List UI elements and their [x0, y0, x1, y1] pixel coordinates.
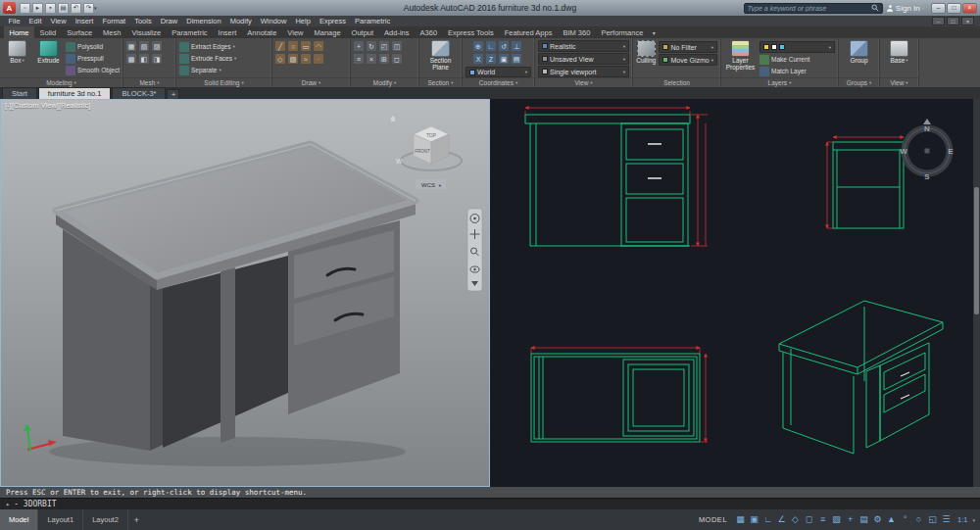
qat-redo-icon[interactable]: ↷ [83, 3, 94, 14]
panel-label-coordinates[interactable]: Coordinates▾ [463, 77, 534, 87]
viewport-controls-label[interactable]: [-][Custom View][Realistic] [5, 101, 90, 110]
doc-minimize-button[interactable]: – [932, 17, 945, 25]
lineweight-icon[interactable]: ≡ [816, 515, 829, 524]
point-icon[interactable]: · [314, 54, 323, 64]
menu-item[interactable]: File [4, 17, 24, 25]
make-current-button[interactable]: Make Current [760, 54, 835, 65]
new-layout-button[interactable]: + [128, 509, 145, 530]
wcs-dropdown[interactable]: WCS ▾ [416, 179, 446, 189]
viewcube-home-icon[interactable] [390, 116, 396, 121]
tab-featured-apps[interactable]: Featured Apps [499, 26, 558, 38]
mirror-icon[interactable]: ◫ [392, 41, 402, 51]
qat-save-icon[interactable]: ▪ [45, 3, 56, 14]
layout-tab-layout2[interactable]: Layout2 [83, 509, 128, 530]
ucs-origin-icon[interactable]: ⊥ [512, 41, 521, 51]
viewport-config-dropdown[interactable]: Single viewport ▾ [538, 66, 629, 77]
ucs-previous-icon[interactable]: ↺ [499, 41, 509, 51]
top-view-drawing[interactable] [531, 348, 708, 442]
mesh-smooth-icon[interactable]: ▦ [126, 41, 136, 51]
ucs-icon[interactable]: ∟ [486, 41, 496, 51]
autocad-logo-icon[interactable]: A [3, 2, 16, 14]
qat-undo-icon[interactable]: ↶ [71, 3, 81, 14]
rectangle-icon[interactable]: ▭ [301, 41, 311, 51]
rotate-icon[interactable]: ↻ [367, 41, 376, 51]
mesh-refine-icon[interactable]: ▨ [152, 41, 162, 51]
move-icon[interactable]: + [354, 41, 364, 51]
new-drawing-tab-button[interactable]: + [167, 89, 179, 99]
annotation-scale-button[interactable]: 1:1 [955, 515, 970, 524]
panel-label-modeling[interactable]: Modeling▾ [0, 77, 122, 87]
panel-label-mesh[interactable]: Mesh▾ [123, 77, 175, 87]
extract-edges-button[interactable]: Extract Edges ▾ [179, 41, 269, 52]
search-icon[interactable] [871, 4, 879, 12]
compass[interactable]: N E S W [900, 119, 954, 181]
panel-label-view[interactable]: View▾ [535, 77, 632, 87]
base-button[interactable]: Base▾ [883, 40, 915, 65]
ribbon-state-caret-icon[interactable]: ▾ [649, 26, 660, 38]
polar-icon[interactable]: ∠ [775, 515, 788, 524]
tab-bim360[interactable]: BIM 360 [558, 26, 596, 38]
tab-mesh[interactable]: Mesh [98, 26, 126, 38]
separate-button[interactable]: Separate ▾ [179, 65, 269, 75]
tab-manage[interactable]: Manage [309, 26, 346, 38]
smooth-object-button[interactable]: Smooth Object [66, 65, 120, 75]
mesh-split-icon[interactable]: ◧ [139, 54, 149, 64]
mesh-crease-icon[interactable]: ▩ [126, 54, 136, 64]
presspull-button[interactable]: Presspull [66, 53, 120, 64]
match-layer-button[interactable]: Match Layer [760, 66, 835, 76]
menu-item[interactable]: Dimension [182, 17, 225, 25]
tab-a360[interactable]: A360 [415, 26, 443, 38]
scrollbar-thumb[interactable] [974, 187, 979, 314]
tab-view[interactable]: View [282, 26, 309, 38]
doc-restore-button[interactable]: □ [947, 17, 959, 25]
close-button[interactable]: × [962, 3, 977, 14]
trim-icon[interactable]: × [367, 54, 376, 64]
tab-addins[interactable]: Add-ins [379, 26, 415, 38]
selection-cycling-icon[interactable]: ▤ [858, 515, 870, 524]
extrude-faces-button[interactable]: Extrude Faces ▾ [179, 53, 269, 64]
vertical-scrollbar[interactable] [973, 99, 980, 487]
transparency-icon[interactable]: ▧ [830, 515, 843, 524]
menu-item[interactable]: Draw [156, 17, 182, 25]
right-viewport[interactable]: N E S W [490, 99, 980, 487]
menu-item[interactable]: Insert [71, 17, 98, 25]
layout-tab-model[interactable]: Model [0, 509, 38, 530]
qat-dropdown-icon[interactable]: ▾ [94, 5, 97, 11]
workspace-gear-icon[interactable]: ⚙ [871, 515, 884, 524]
ucs-view-icon[interactable]: ▣ [499, 54, 509, 64]
selection-filter-dropdown[interactable]: No Filter ▾ [659, 41, 717, 53]
mesh-extrude-icon[interactable]: ◨ [152, 54, 162, 64]
front-view-drawing[interactable] [525, 108, 708, 246]
panel-label-modify[interactable]: Modify▾ [351, 77, 418, 87]
ortho-icon[interactable]: ∟ [761, 515, 774, 524]
desk-model[interactable] [56, 144, 416, 451]
tab-surface[interactable]: Surface [62, 26, 98, 38]
line-icon[interactable]: ╱ [275, 41, 285, 51]
panel-label-selection[interactable]: Selection [633, 77, 720, 87]
tab-performance[interactable]: Performance [596, 26, 649, 38]
panel-label-solid-editing[interactable]: Solid Editing▾ [176, 77, 271, 87]
qat-new-icon[interactable]: ▫ [20, 3, 30, 14]
command-input-line[interactable]: ▸ - 3DORBIT [0, 498, 980, 509]
panel-label-view-base[interactable]: View▾ [880, 77, 918, 87]
array-icon[interactable]: ⊞ [379, 54, 389, 64]
arc-icon[interactable]: ◠ [314, 41, 323, 51]
tab-visualize[interactable]: Visualize [126, 26, 167, 38]
layer-properties-button[interactable]: Layer Properties [724, 40, 757, 72]
circle-icon[interactable]: ○ [288, 41, 298, 51]
panel-label-section[interactable]: Section▾ [419, 77, 462, 87]
tab-insert[interactable]: Insert [213, 26, 242, 38]
extrude-button[interactable]: Extrude [34, 40, 63, 65]
file-tab-start[interactable]: Start [2, 87, 37, 99]
snap-icon[interactable]: ▣ [748, 515, 760, 524]
model-space-button[interactable]: MODEL [694, 515, 732, 524]
qat-print-icon[interactable]: ▤ [58, 3, 69, 14]
side-view-drawing[interactable] [827, 137, 904, 228]
tab-parametric[interactable]: Parametric [167, 26, 213, 38]
polysolid-button[interactable]: Polysolid [66, 41, 120, 52]
erase-icon[interactable]: ◻ [392, 54, 402, 64]
visual-style-dropdown[interactable]: Realistic ▾ [538, 40, 629, 52]
search-input[interactable] [748, 5, 869, 12]
minimize-button[interactable]: – [931, 3, 946, 14]
scale-icon[interactable]: ◰ [379, 41, 389, 51]
